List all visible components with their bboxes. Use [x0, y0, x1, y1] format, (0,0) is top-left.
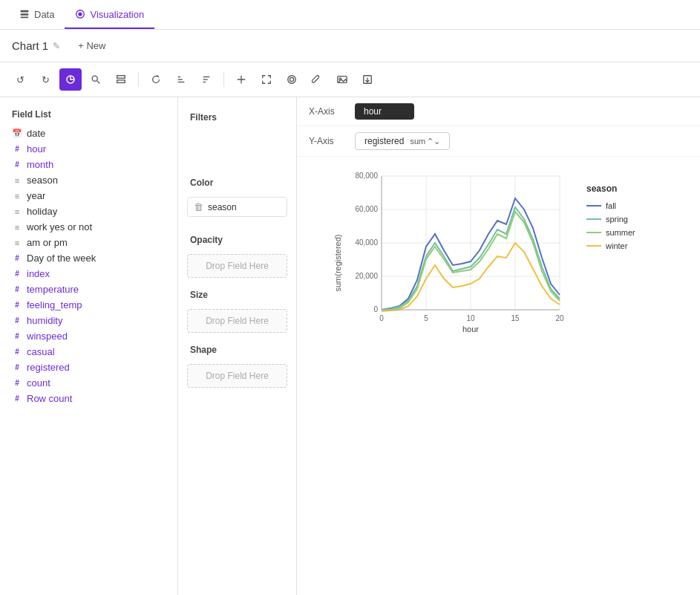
- undo-button[interactable]: ↺: [9, 68, 31, 91]
- fullscreen-icon: [261, 74, 272, 85]
- wrench-icon: [312, 74, 322, 85]
- x-axis-label: X-Axis: [309, 106, 346, 117]
- field-date-label: date: [27, 128, 45, 139]
- legend-winter: winter: [586, 241, 635, 250]
- fullscreen-button[interactable]: [255, 68, 278, 91]
- new-button[interactable]: + New: [72, 37, 111, 54]
- field-dayofweek-label: Day of the week: [27, 253, 96, 264]
- opacity-drop-zone[interactable]: Drop Field Here: [187, 254, 287, 278]
- field-humidity[interactable]: # humidity: [0, 313, 177, 328]
- field-casual[interactable]: # casual: [0, 344, 177, 360]
- shape-drop-zone[interactable]: Drop Field Here: [187, 364, 287, 388]
- interact-icon: [287, 74, 297, 85]
- svg-rect-2: [21, 17, 29, 19]
- svg-text:60,000: 60,000: [355, 205, 378, 213]
- redo-button[interactable]: ↻: [34, 68, 56, 91]
- export-icon: [362, 74, 373, 85]
- svg-text:40,000: 40,000: [355, 238, 378, 247]
- sort-desc-button[interactable]: [195, 68, 217, 91]
- visualization-icon: [75, 9, 85, 19]
- field-month[interactable]: # month: [0, 157, 177, 172]
- field-hour[interactable]: # hour: [0, 141, 177, 157]
- legend-winter-line: [586, 245, 601, 247]
- field-season-label: season: [27, 175, 58, 186]
- count-type-icon: #: [12, 379, 22, 387]
- svg-rect-8: [117, 76, 125, 79]
- field-month-label: month: [27, 159, 53, 170]
- legend-spring-line: [586, 218, 601, 220]
- svg-text:20: 20: [555, 314, 564, 322]
- arrange-icon: [236, 74, 246, 85]
- field-year[interactable]: ≡ year: [0, 188, 177, 204]
- field-index[interactable]: # index: [0, 266, 177, 282]
- chart-svg-wrapper: sum(registered): [315, 169, 575, 357]
- edit-title-icon[interactable]: ✎: [53, 41, 60, 51]
- svg-rect-1: [21, 13, 29, 16]
- filters-color-panel: Filters Color 🗑 season Opacity Drop Fiel…: [178, 97, 297, 595]
- toolbar: ↺ ↻: [0, 62, 700, 97]
- search-icon: [91, 74, 101, 85]
- registered-type-icon: #: [12, 363, 22, 371]
- y-axis-field: registered: [364, 136, 404, 146]
- svg-text:5: 5: [424, 314, 428, 322]
- field-year-label: year: [27, 190, 45, 201]
- interact-button[interactable]: [281, 68, 303, 91]
- field-holiday[interactable]: ≡ holiday: [0, 204, 177, 219]
- arrange-button[interactable]: [230, 68, 252, 91]
- feeltemp-type-icon: #: [12, 301, 22, 309]
- field-holiday-label: holiday: [27, 206, 57, 217]
- search-button[interactable]: [85, 68, 107, 91]
- toolbar-sep-2: [223, 72, 224, 87]
- y-axis-agg: sum ⌃⌄: [410, 137, 440, 146]
- size-drop-zone[interactable]: Drop Field Here: [187, 309, 287, 333]
- field-ampm-label: am or pm: [27, 237, 68, 248]
- chart-type-button[interactable]: [59, 68, 82, 91]
- field-date[interactable]: 📅 date: [0, 126, 177, 141]
- field-dayofweek[interactable]: # Day of the week: [0, 250, 177, 266]
- legend-fall: fall: [586, 201, 635, 210]
- field-feeling-temp[interactable]: # feeling_temp: [0, 297, 177, 313]
- field-work[interactable]: ≡ work yes or not: [0, 219, 177, 235]
- trash-icon[interactable]: 🗑: [194, 201, 203, 212]
- field-rowcount[interactable]: # Row count: [0, 391, 177, 406]
- image-button[interactable]: [331, 68, 353, 91]
- field-hour-label: hour: [27, 143, 46, 155]
- field-ampm[interactable]: ≡ am or pm: [0, 235, 177, 250]
- color-field-label: season: [208, 202, 237, 212]
- image-icon: [337, 74, 347, 85]
- month-type-icon: #: [12, 160, 22, 169]
- svg-text:hour: hour: [462, 325, 479, 334]
- chart-container: sum(registered): [309, 163, 688, 362]
- humidity-type-icon: #: [12, 316, 22, 325]
- main-content: Field List 📅 date # hour # month ≡ seaso…: [0, 97, 700, 595]
- wrench-button[interactable]: [306, 68, 328, 91]
- field-temperature[interactable]: # temperature: [0, 282, 177, 297]
- holiday-type-icon: ≡: [12, 207, 22, 216]
- field-season[interactable]: ≡ season: [0, 172, 177, 188]
- sort-asc-icon: [176, 74, 186, 85]
- field-count-label: count: [27, 377, 50, 388]
- filters-title: Filters: [178, 106, 296, 127]
- legend-summer-line: [586, 232, 601, 233]
- tab-data[interactable]: Data: [9, 1, 65, 29]
- toolbar-sep-1: [138, 72, 139, 87]
- layers-button[interactable]: [110, 68, 132, 91]
- svg-point-16: [290, 77, 293, 81]
- field-casual-label: casual: [27, 346, 55, 357]
- color-field-item[interactable]: 🗑 season: [187, 197, 287, 217]
- sort-asc-button[interactable]: [170, 68, 192, 91]
- rowcount-type-icon: #: [12, 394, 22, 403]
- field-winspeed[interactable]: # winspeed: [0, 328, 177, 344]
- tab-visualization[interactable]: Visualization: [65, 1, 154, 29]
- y-axis-chip[interactable]: registered sum ⌃⌄: [355, 132, 450, 150]
- sort-desc-icon: [201, 74, 212, 85]
- x-axis-chip[interactable]: hour: [355, 103, 414, 120]
- field-count[interactable]: # count: [0, 375, 177, 391]
- export-button[interactable]: [356, 68, 379, 91]
- field-registered[interactable]: # registered: [0, 360, 177, 375]
- refresh-button[interactable]: [145, 68, 167, 91]
- winspeed-type-icon: #: [12, 332, 22, 340]
- hour-type-icon: #: [12, 145, 22, 153]
- chart-title-row: Chart 1 ✎: [12, 39, 60, 52]
- svg-point-6: [92, 76, 97, 81]
